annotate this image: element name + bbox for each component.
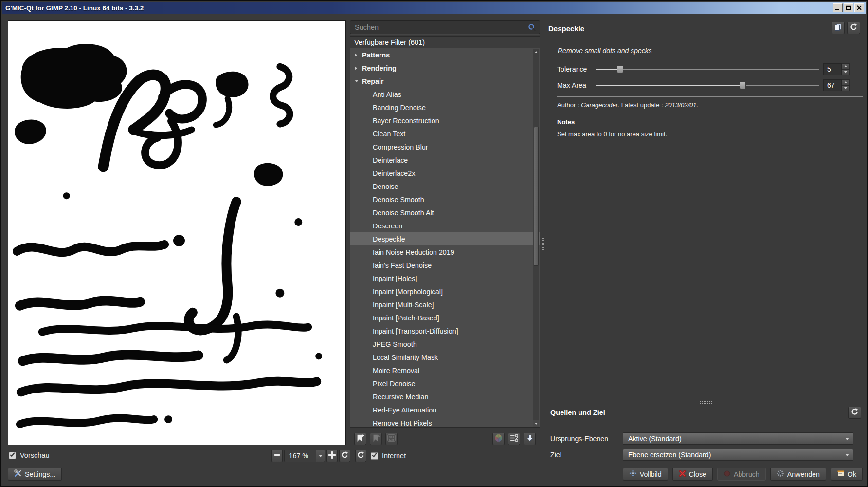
filter-label: Denoise — [373, 183, 398, 190]
filter-selection-mode-button[interactable] — [508, 433, 520, 445]
rename-fave-button[interactable]: AbcDef — [385, 433, 398, 445]
filter-item-jpeg-smooth[interactable]: JPEG Smooth — [350, 337, 540, 351]
filter-item-banding-denoise[interactable]: Banding Denoise — [350, 101, 540, 114]
tolerance-spinbox[interactable]: 5 — [823, 63, 850, 75]
scroll-down-icon[interactable] — [533, 420, 539, 427]
add-fave-button[interactable] — [354, 433, 366, 445]
slider-handle[interactable] — [740, 81, 746, 89]
filter-item-iain-s-fast-denoise[interactable]: Iain's Fast Denoise — [350, 259, 540, 272]
settings-button[interactable]: Settings... — [8, 468, 62, 481]
color-wheel-button[interactable] — [492, 433, 505, 445]
zoom-level-combo[interactable]: 167 % — [284, 450, 325, 462]
maximize-button[interactable] — [844, 3, 853, 12]
preview-checkbox[interactable] — [9, 452, 16, 459]
io-refresh-button[interactable] — [848, 407, 861, 419]
filter-item-clean-text[interactable]: Clean Text — [350, 127, 540, 140]
slider-handle[interactable] — [617, 65, 623, 73]
filter-item-denoise-smooth-alt[interactable]: Denoise Smooth Alt — [350, 206, 540, 219]
internet-checkbox[interactable] — [371, 452, 378, 460]
spin-up-icon[interactable] — [842, 79, 850, 85]
expand-collapse-button[interactable] — [524, 433, 536, 445]
io-splitter-handle[interactable] — [700, 401, 712, 404]
tolerance-slider[interactable] — [596, 65, 819, 73]
internet-row: Internet — [355, 450, 406, 462]
scroll-up-icon[interactable] — [533, 49, 539, 55]
filter-category-rendering[interactable]: Rendering — [350, 61, 540, 75]
zoom-combo-arrow[interactable] — [316, 450, 325, 462]
separator — [557, 96, 863, 97]
chevron-collapsed-icon[interactable] — [355, 66, 362, 70]
remove-fave-button[interactable] — [370, 433, 382, 445]
filter-item-pixel-denoise[interactable]: Pixel Denoise — [350, 377, 540, 390]
filter-item-recursive-median[interactable]: Recursive Median — [350, 390, 540, 403]
preview-checkbox-row: Vorschau — [9, 451, 49, 459]
filter-item-inpaint-multi-scale[interactable]: Inpaint [Multi-Scale] — [350, 298, 540, 311]
filter-item-moire-removal[interactable]: Moire Removal — [350, 364, 540, 377]
maximize-icon — [846, 5, 851, 10]
filter-toolbar: AbcDef — [350, 433, 540, 445]
filter-item-deinterlace[interactable]: Deinterlace — [350, 153, 540, 167]
separator — [546, 405, 865, 405]
filter-label: Remove Hot Pixels — [373, 419, 432, 427]
chevron-expanded-icon[interactable] — [355, 80, 362, 82]
filter-item-inpaint-holes[interactable]: Inpaint [Holes] — [350, 272, 540, 285]
update-date: 2013/02/01. — [665, 101, 698, 109]
reset-parameters-button[interactable] — [847, 22, 860, 34]
filter-item-descreen[interactable]: Descreen — [350, 219, 540, 232]
close-button[interactable]: Close — [672, 468, 713, 481]
filter-item-red-eye-attenuation[interactable]: Red-Eye Attenuation — [350, 403, 540, 416]
preview-checkbox-label: Vorschau — [20, 451, 49, 459]
zoom-out-button[interactable] — [271, 450, 283, 462]
filter-item-inpaint-morphological[interactable]: Inpaint [Morphological] — [350, 285, 540, 298]
copy-command-button[interactable] — [832, 22, 845, 34]
author-line: Author : Garagecoder. Latest update : 20… — [557, 101, 698, 109]
io-section-title: Quellen und Ziel — [550, 409, 605, 416]
filter-item-inpaint-patch-based[interactable]: Inpaint [Patch-Based] — [350, 311, 540, 324]
refresh-filters-button[interactable] — [355, 450, 366, 462]
filter-item-iain-noise-reduction-2019[interactable]: Iain Noise Reduction 2019 — [350, 245, 540, 259]
filter-item-local-similarity-mask[interactable]: Local Similarity Mask — [350, 351, 540, 364]
filter-label: Inpaint [Holes] — [373, 275, 417, 282]
max-area-value[interactable]: 67 — [823, 79, 842, 91]
panel-splitter-handle[interactable] — [542, 238, 544, 251]
filter-label: Banding Denoise — [373, 104, 426, 112]
titlebar[interactable]: G'MIC-Qt for GIMP 2.10 - Linux 64 bits -… — [2, 2, 866, 14]
filter-list-scrollbar[interactable] — [533, 49, 539, 427]
filter-category-patterns[interactable]: Patterns — [350, 48, 540, 61]
search-input[interactable] — [350, 21, 540, 34]
filter-item-inpaint-transport-diffusion[interactable]: Inpaint [Transport-Diffusion] — [350, 324, 540, 337]
chevron-collapsed-icon[interactable] — [355, 53, 362, 57]
input-layers-select[interactable]: Aktive (Standard) — [623, 432, 853, 445]
minimize-button[interactable] — [833, 3, 843, 12]
filter-item-denoise-smooth[interactable]: Denoise Smooth — [350, 193, 540, 206]
scrollbar-thumb[interactable] — [534, 127, 539, 266]
filter-category-repair[interactable]: Repair — [350, 75, 540, 88]
close-window-button[interactable] — [854, 3, 864, 12]
crossed-tools-icon — [14, 469, 22, 479]
tolerance-value[interactable]: 5 — [823, 63, 842, 75]
abbruch-button[interactable]: Abbruch — [717, 468, 766, 481]
filter-item-bayer-reconstruction[interactable]: Bayer Reconstruction — [350, 114, 540, 127]
filter-item-despeckle[interactable]: Despeckle — [350, 232, 540, 245]
max-area-spinbox[interactable]: 67 — [823, 79, 850, 91]
anwenden-button[interactable]: Anwenden — [770, 468, 826, 481]
reset-zoom-button[interactable] — [339, 450, 350, 462]
spin-down-icon[interactable] — [842, 69, 850, 75]
preview-pane[interactable] — [8, 20, 346, 445]
output-mode-select[interactable]: Ebene ersetzen (Standard) — [623, 449, 853, 461]
filter-label: Descreen — [373, 222, 402, 230]
max-area-slider[interactable] — [596, 81, 819, 89]
filter-item-compression-blur[interactable]: Compression Blur — [350, 140, 540, 153]
filter-item-denoise[interactable]: Denoise — [350, 180, 540, 193]
zoom-in-button[interactable] — [326, 450, 338, 462]
filter-item-anti-alias[interactable]: Anti Alias — [350, 88, 540, 101]
vollbild-button[interactable]: Vollbild — [623, 468, 668, 481]
filter-item-remove-hot-pixels[interactable]: Remove Hot Pixels — [350, 416, 540, 428]
zoom-level-value: 167 % — [285, 450, 316, 462]
filter-label: Repair — [362, 77, 384, 85]
ok-button[interactable]: Ok — [831, 468, 863, 481]
filter-item-deinterlace2x[interactable]: Deinterlace2x — [350, 167, 540, 180]
spin-up-icon[interactable] — [842, 63, 850, 69]
spin-down-icon[interactable] — [842, 85, 850, 91]
filter-title: Despeckle — [548, 24, 584, 33]
